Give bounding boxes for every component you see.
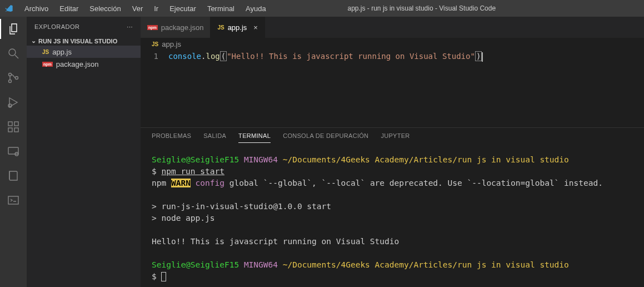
menu-ayuda[interactable]: Ayuda [241,2,271,15]
menu-ver[interactable]: Ver [128,2,148,15]
panel-tab-problemas[interactable]: PROBLEMAS [152,132,191,143]
terminal-host: MINGW64 [244,260,278,269]
explorer-sidebar: EXPLORADOR ··· ⌄ RUN JS IN VISUAL STUDIO… [27,17,141,287]
remote-icon[interactable] [6,144,21,159]
file-app-js[interactable]: JS app.js [27,46,141,58]
breadcrumb-label: app.js [162,40,181,48]
source-control-icon[interactable] [6,70,21,86]
svg-point-3 [16,77,18,80]
token-paren-open: ( [220,51,227,61]
svg-point-1 [9,73,12,76]
chevron-down-icon: ⌄ [31,37,36,44]
run-debug-icon[interactable] [6,95,21,110]
terminal-command: npm run start [161,167,224,176]
breadcrumb[interactable]: JS app.js [141,38,644,51]
token-paren-close: ) [475,51,482,61]
editor-cursor [482,52,483,62]
tab-package-json[interactable]: npm package.json [141,17,211,38]
terminal-warn-word: config [196,179,224,187]
terminal-cursor [161,272,166,281]
terminal-output-line: Hello!! This is javascript running on Vi… [152,237,399,246]
menu-terminal[interactable]: Terminal [203,2,239,15]
terminal-prompt: $ [152,272,157,281]
menu-archivo[interactable]: Archivo [20,2,53,15]
explorer-icon[interactable] [6,21,21,37]
svg-point-2 [9,80,12,83]
svg-rect-7 [14,128,18,132]
vscode-logo-icon [4,4,13,13]
extensions-icon[interactable] [6,119,21,135]
terminal-host: MINGW64 [244,155,278,164]
terminal-output[interactable]: Seiglie@SeiglieF15 MINGW64 ~/Documents/4… [141,147,644,287]
token-object: console [168,52,201,61]
token-string: "Hello!! This is javascript running on V… [227,52,475,61]
terminal-path: ~/Documents/4Geeks Academy/Articles/run … [283,260,569,269]
svg-rect-8 [14,122,18,126]
svg-rect-9 [8,147,18,154]
search-icon[interactable] [6,46,21,61]
panel-tab-jupyter[interactable]: JUPYTER [381,132,410,143]
panel-tab-consola[interactable]: CONSOLA DE DEPURACIÓN [283,132,368,143]
menu-ejecutar[interactable]: Ejecutar [165,2,201,15]
terminal-user: Seiglie@SeiglieF15 [152,260,239,269]
close-icon[interactable]: × [253,23,258,32]
terminal-path: ~/Documents/4Geeks Academy/Articles/run … [283,155,569,164]
svg-rect-6 [8,128,12,132]
svg-point-0 [9,49,16,56]
sidebar-more-icon[interactable]: ··· [127,23,133,30]
activity-bar [0,17,27,287]
titlebar: Archivo Editar Selección Ver Ir Ejecutar… [0,0,644,17]
file-label: app.js [52,48,72,56]
svg-rect-5 [8,122,12,126]
terminal-npm: npm [152,179,166,187]
menu-editar[interactable]: Editar [55,2,83,15]
tab-app-js[interactable]: JS app.js × [211,17,265,38]
editor-line[interactable]: 1 console.log("Hello!! This is javascrip… [141,51,644,63]
terminal-line: > node app.js [152,214,215,222]
js-icon: JS [217,24,224,31]
folder-name: RUN JS IN VISUAL STUDIO [38,38,117,44]
terminal-prompt: $ [152,167,161,176]
file-package-json[interactable]: npm package.json [27,58,141,70]
bottom-panel: PROBLEMAS SALIDA TERMINAL CONSOLA DE DEP… [141,127,644,287]
tab-label: package.json [161,23,204,32]
file-label: package.json [56,60,99,68]
editor-tabs: npm package.json JS app.js × [141,17,644,38]
menu-ir[interactable]: Ir [149,2,163,15]
js-icon: JS [152,41,158,47]
npm-icon: npm [42,62,53,67]
npm-icon: npm [147,25,158,30]
svg-rect-11 [8,196,18,204]
menu-seleccion[interactable]: Selección [85,2,125,15]
js-icon: JS [42,49,49,55]
book-icon[interactable] [6,168,21,184]
code-content[interactable]: console.log("Hello!! This is javascript … [168,52,483,62]
terminal-warn-rest: global `--global`, `--local` are depreca… [224,179,603,187]
terminal-warn-badge: WARN [171,179,191,187]
editor-area: npm package.json JS app.js × JS app.js 1… [141,17,644,287]
sidebar-title: EXPLORADOR [34,23,79,30]
folder-root[interactable]: ⌄ RUN JS IN VISUAL STUDIO [27,36,141,46]
terminal-line: > run-js-in-visual-studio@1.0.0 start [152,202,331,211]
panel-tabs: PROBLEMAS SALIDA TERMINAL CONSOLA DE DEP… [141,128,644,147]
panel-tab-terminal[interactable]: TERMINAL [238,132,271,143]
tab-label: app.js [228,23,247,32]
terminal-user: Seiglie@SeiglieF15 [152,155,239,164]
token-method: log [206,52,219,61]
window-title: app.js - run js in visual studio - Visua… [273,4,571,12]
terminal-panel-icon[interactable] [6,192,21,208]
line-number: 1 [141,52,168,62]
panel-tab-salida[interactable]: SALIDA [203,132,226,143]
